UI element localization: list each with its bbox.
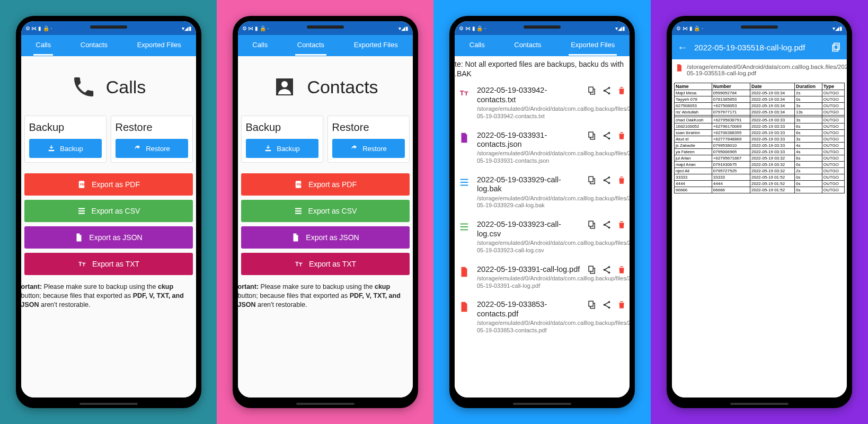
file-row[interactable]: 2022-05-19-033923-call-log.csv/storage/e… xyxy=(455,215,630,259)
share-icon[interactable] xyxy=(602,220,612,229)
share-icon[interactable] xyxy=(602,265,612,275)
restore-button[interactable]: Restore xyxy=(116,139,188,158)
backup-card: Backup Backup xyxy=(241,116,323,163)
copy-icon[interactable] xyxy=(587,265,597,275)
table-row: ns' Abdullah07979771712022-05-19 03:3413… xyxy=(675,109,845,116)
file-row[interactable]: 2022-05-19-03391-call-log.pdf/storage/em… xyxy=(455,260,630,295)
export-json-button[interactable]: Export as JSON xyxy=(24,226,193,249)
page-title: Calls xyxy=(106,77,146,98)
pdf-icon xyxy=(77,180,86,189)
file-path: /storage/emulated/0/Android/data/com.cal… xyxy=(477,150,582,165)
file-name: 2022-05-19-03391-call-log.pdf xyxy=(477,265,582,274)
tab-bar: Calls Contacts Exported Files xyxy=(455,35,630,56)
export-txt-button[interactable]: Export as TXT xyxy=(241,253,410,275)
table-row: js Zabadie07995380102022-05-19 03:334sOU… xyxy=(675,143,845,149)
copy-icon[interactable] xyxy=(587,86,597,95)
person-icon xyxy=(272,74,297,100)
txt-icon xyxy=(457,86,472,99)
table-row: chad OakKosh+627958387912022-05-19 03:33… xyxy=(675,117,845,123)
txt-icon xyxy=(77,259,87,269)
bak-icon xyxy=(457,175,472,188)
file-name: 2022-05-19-033929-call-log.bak xyxy=(477,175,582,194)
file-path: /storage/emulated/0/Android/data/com.cal… xyxy=(477,275,582,290)
file-row[interactable]: 2022-05-19-033853-contacts.pdf/storage/e… xyxy=(455,295,630,339)
txt-icon xyxy=(294,259,304,269)
table-header: Type xyxy=(822,83,844,90)
backup-button[interactable]: Backup xyxy=(246,139,318,158)
tab-calls[interactable]: Calls xyxy=(250,36,270,56)
pdf-icon xyxy=(675,64,684,72)
delete-icon[interactable] xyxy=(617,175,626,185)
app-bar: ← 2022-05-19-035518-call-log.pdf xyxy=(672,35,847,59)
json-icon xyxy=(457,131,472,144)
tab-exported[interactable]: Exported Files xyxy=(352,36,400,56)
share-icon[interactable] xyxy=(602,131,612,140)
file-row[interactable]: 2022-05-19-033942-contacts.txt/storage/e… xyxy=(455,81,630,125)
file-path: /storage/emulated/0/Android/data/com.cal… xyxy=(477,320,582,334)
delete-icon[interactable] xyxy=(617,300,626,310)
export-csv-button[interactable]: Export as CSV xyxy=(241,200,410,222)
copy-icon[interactable] xyxy=(831,42,842,52)
share-icon[interactable] xyxy=(602,86,612,95)
tab-calls[interactable]: Calls xyxy=(33,36,53,56)
table-row: Alud el+627778488692022-05-19 03:333sOUT… xyxy=(675,136,845,143)
file-name: 2022-05-19-033853-contacts.pdf xyxy=(477,300,582,319)
table-row: 33333333332022-05-19 01:520sOUTGO xyxy=(675,174,845,181)
export-pdf-button[interactable]: Export as PDF xyxy=(24,173,193,196)
download-icon xyxy=(47,144,56,153)
copy-icon[interactable] xyxy=(587,300,597,310)
file-path: /storage/emulated/0/Android/data/com.cal… xyxy=(477,240,582,254)
table-row: ya Fateen07950069652022-05-19 03:334sOUT… xyxy=(675,149,845,155)
tab-calls[interactable]: Calls xyxy=(467,36,487,56)
file-path: /storage/emulated/0/Android/data/com.cal… xyxy=(477,105,582,120)
file-path: /storage/emulated/0/Android/data/com.cal… xyxy=(477,195,582,210)
table-row: jul Arian+627956718672022-05-19 03:326sO… xyxy=(675,155,845,162)
share-icon[interactable] xyxy=(602,300,612,310)
important-note: ortant: Please make sure to backup using… xyxy=(21,275,196,310)
restore-button[interactable]: Restore xyxy=(332,139,405,158)
restore-card: Restore Restore xyxy=(327,116,410,163)
restore-icon xyxy=(350,144,358,153)
table-row: majd Arian07919306752022-05-19 03:320sOU… xyxy=(675,162,845,168)
status-bar: ⚙ ⋈ ▮ 🔒 ·▾◢▮ xyxy=(672,21,847,35)
csv-icon xyxy=(77,206,86,216)
tab-exported[interactable]: Exported Files xyxy=(135,36,183,56)
tab-contacts[interactable]: Contacts xyxy=(295,36,326,56)
file-row[interactable]: 2022-05-19-033931-contacts.json/storage/… xyxy=(455,126,630,170)
file-name: 2022-05-19-033931-contacts.json xyxy=(477,131,582,149)
delete-icon[interactable] xyxy=(617,265,626,275)
export-txt-button[interactable]: Export as TXT xyxy=(24,253,193,275)
restore-icon xyxy=(133,144,141,153)
tab-contacts[interactable]: Contacts xyxy=(78,36,110,56)
export-csv-button[interactable]: Export as CSV xyxy=(24,200,193,222)
file-name: 2022-05-19-033923-call-log.csv xyxy=(477,220,582,238)
table-row: 1682100052+627961700692022-05-19 03:336s… xyxy=(675,123,845,130)
restore-card-title: Restore xyxy=(332,121,405,134)
app-bar-title: 2022-05-19-035518-call-log.pdf xyxy=(694,43,825,52)
export-pdf-button[interactable]: Export as PDF xyxy=(241,173,410,196)
file-row[interactable]: 2022-05-19-033929-call-log.bak/storage/e… xyxy=(455,170,630,215)
table-row: ssan Ibrahim+627063883552022-05-19 03:33… xyxy=(675,130,845,136)
tab-contacts[interactable]: Contacts xyxy=(512,36,543,56)
copy-icon[interactable] xyxy=(587,220,597,229)
table-header: Number xyxy=(712,83,750,90)
delete-icon[interactable] xyxy=(617,86,626,95)
back-button[interactable]: ← xyxy=(677,41,688,54)
table-header: Date xyxy=(750,83,795,90)
pdf-icon xyxy=(457,265,472,278)
table-row: Majd Mesa05990527842022-05-19 03:342sOUT… xyxy=(675,90,845,96)
share-icon[interactable] xyxy=(602,175,612,185)
pdf-icon xyxy=(294,180,303,189)
backup-button[interactable]: Backup xyxy=(29,139,102,158)
tab-exported[interactable]: Exported Files xyxy=(569,36,617,56)
backup-card: Backup Backup xyxy=(24,116,107,163)
export-json-button[interactable]: Export as JSON xyxy=(241,226,410,249)
backup-card-title: Backup xyxy=(246,121,318,134)
copy-icon[interactable] xyxy=(587,131,597,140)
tab-bar: Calls Contacts Exported Files xyxy=(21,35,196,56)
delete-icon[interactable] xyxy=(617,131,626,140)
restore-card-title: Restore xyxy=(116,121,188,134)
phone-icon xyxy=(71,74,96,100)
copy-icon[interactable] xyxy=(587,175,597,185)
delete-icon[interactable] xyxy=(617,220,626,229)
